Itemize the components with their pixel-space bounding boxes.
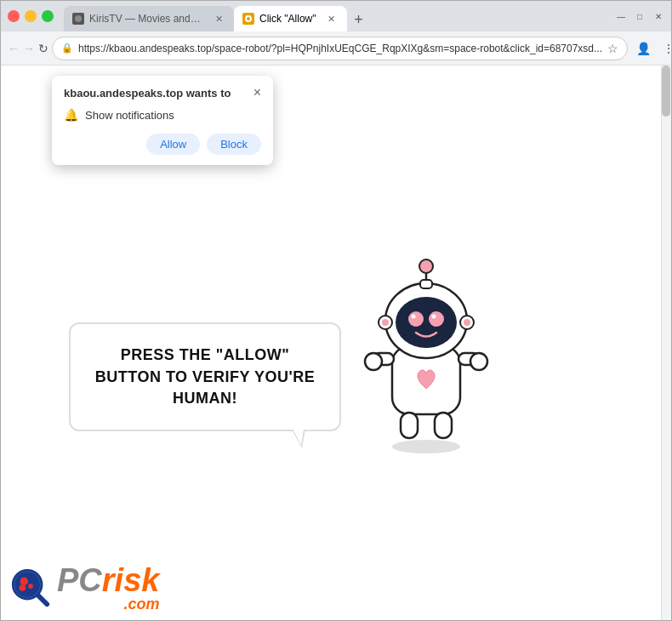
scrollbar-thumb[interactable] — [662, 66, 670, 117]
page-content: kbaou.andespeaks.top wants to × 🔔 Show n… — [1, 66, 671, 620]
robot-illustration — [341, 219, 511, 457]
svg-rect-12 — [420, 280, 432, 288]
svg-point-18 — [412, 315, 416, 319]
window-controls — [8, 10, 54, 22]
url-text: https://kbaou.andespeaks.top/space-robot… — [78, 43, 602, 54]
menu-button[interactable]: ⋮ — [657, 37, 672, 60]
logo-com: .com — [57, 596, 159, 612]
svg-point-15 — [396, 297, 457, 348]
svg-point-14 — [419, 259, 433, 273]
tab-click-allow-close[interactable]: ✕ — [325, 12, 339, 26]
pcrisk-logo: PCrisk .com — [9, 564, 159, 612]
forward-button[interactable]: → — [23, 37, 35, 60]
maximize-window-btn[interactable] — [42, 10, 54, 22]
svg-point-23 — [464, 319, 470, 326]
notification-popup: kbaou.andespeaks.top wants to × 🔔 Show n… — [52, 76, 273, 165]
logo-text: PCrisk — [57, 564, 159, 596]
svg-rect-9 — [401, 413, 418, 438]
minimize-btn[interactable]: — — [615, 10, 627, 22]
new-tab-button[interactable]: + — [347, 8, 371, 31]
nav-actions: 👤 ⋮ — [631, 37, 672, 60]
svg-point-26 — [20, 578, 29, 586]
tab-click-allow-label: Click "Allow" — [259, 13, 316, 25]
bell-icon: 🔔 — [64, 108, 78, 122]
popup-header: kbaou.andespeaks.top wants to × — [64, 86, 261, 100]
notification-label: Show notifications — [85, 109, 174, 122]
svg-point-8 — [470, 353, 487, 370]
logo-risk: risk — [102, 562, 160, 598]
close-btn[interactable]: ✕ — [652, 10, 664, 22]
popup-buttons: Allow Block — [64, 134, 261, 155]
tab-click-allow[interactable]: Click "Allow" ✕ — [234, 6, 347, 31]
title-bar: KirisTV — Movies and Series D... ✕ Click… — [1, 1, 671, 31]
minimize-window-btn[interactable] — [25, 10, 37, 22]
tab-kiristv-close[interactable]: ✕ — [212, 12, 225, 26]
tab-kiristv-label: KirisTV — Movies and Series D... — [89, 13, 203, 25]
robot-svg — [341, 219, 511, 457]
svg-point-25 — [17, 574, 38, 595]
svg-point-3 — [392, 440, 460, 453]
svg-point-16 — [408, 311, 424, 327]
scrollbar[interactable] — [661, 66, 671, 620]
block-button[interactable]: Block — [207, 134, 261, 155]
profile-button[interactable]: 👤 — [631, 37, 655, 60]
svg-point-28 — [20, 584, 26, 591]
svg-point-17 — [429, 311, 444, 327]
svg-point-0 — [75, 15, 82, 22]
logo-pc: PC — [57, 562, 102, 598]
popup-title: kbaou.andespeaks.top wants to — [64, 87, 231, 100]
bookmark-icon[interactable]: ☆ — [607, 42, 618, 55]
tab-kiristv[interactable]: KirisTV — Movies and Series D... ✕ — [64, 6, 234, 31]
popup-close-button[interactable]: × — [253, 86, 261, 100]
allow-button[interactable]: Allow — [146, 134, 200, 155]
reload-button[interactable]: ↻ — [38, 37, 48, 60]
navigation-bar: ← → ↻ 🔒 https://kbaou.andespeaks.top/spa… — [1, 31, 671, 66]
back-button[interactable]: ← — [8, 37, 20, 60]
svg-point-7 — [365, 353, 382, 370]
pcrisk-logo-icon — [9, 567, 52, 609]
restore-btn[interactable]: □ — [634, 10, 646, 22]
svg-line-29 — [37, 595, 48, 605]
close-window-btn[interactable] — [8, 10, 20, 22]
logo-text-group: PCrisk .com — [57, 564, 159, 612]
browser-window: KirisTV — Movies and Series D... ✕ Click… — [0, 0, 672, 621]
lock-icon: 🔒 — [61, 43, 73, 54]
tab-bar: KirisTV — Movies and Series D... ✕ Click… — [64, 1, 605, 31]
notification-row: 🔔 Show notifications — [64, 108, 261, 122]
address-bar[interactable]: 🔒 https://kbaou.andespeaks.top/space-rob… — [52, 37, 628, 60]
speech-text: PRESS THE "ALLOW" BUTTON TO VERIFY YOU'R… — [95, 346, 316, 406]
window-buttons: — □ ✕ — [615, 10, 664, 22]
svg-point-27 — [28, 584, 33, 589]
svg-point-19 — [432, 315, 436, 319]
svg-rect-10 — [435, 413, 452, 438]
speech-bubble: PRESS THE "ALLOW" BUTTON TO VERIFY YOU'R… — [69, 322, 341, 431]
svg-point-2 — [247, 17, 250, 20]
main-content: PRESS THE "ALLOW" BUTTON TO VERIFY YOU'R… — [69, 219, 511, 457]
svg-point-22 — [382, 319, 389, 326]
